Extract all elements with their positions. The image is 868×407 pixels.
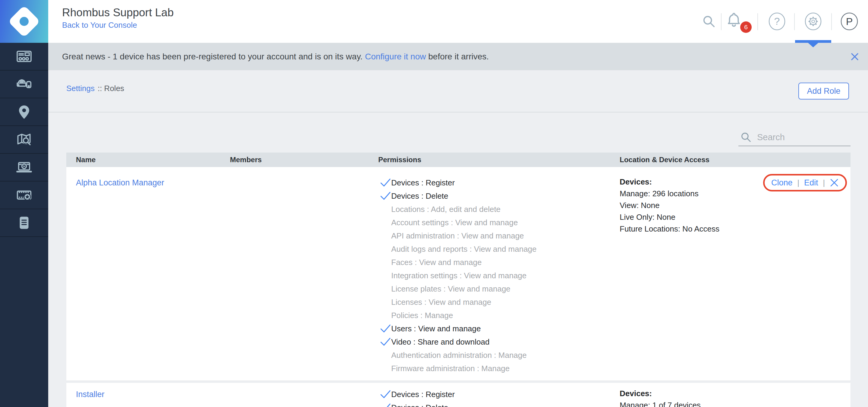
main-area: Rhombus Support Lab Back to Your Console… (48, 0, 868, 407)
content-area: Settings:: Roles Add Role Name Members P… (48, 70, 868, 407)
control-panel-icon (16, 48, 33, 65)
row-actions-highlighted: Clone | Edit | (763, 174, 847, 191)
check-icon (380, 403, 391, 407)
sidebar-item-locations[interactable] (0, 98, 48, 126)
notification-badge: 6 (740, 22, 752, 33)
delete-role-icon (830, 178, 839, 187)
permission-item: API administration : View and manage (378, 229, 620, 242)
divider (757, 13, 758, 30)
permission-label: Users : View and manage (391, 324, 481, 334)
permission-item: Locations : Add, edit and delete (378, 202, 620, 216)
check-icon (380, 338, 391, 346)
roles-table: Name Members Permissions Location & Devi… (66, 153, 850, 407)
sidebar-item-cameras[interactable] (0, 70, 48, 98)
rhombus-logo[interactable] (0, 0, 48, 43)
table-header: Name Members Permissions Location & Devi… (66, 153, 850, 167)
permission-item: Video : Share and download (378, 335, 620, 348)
reports-icon (16, 214, 33, 231)
edit-link[interactable]: Edit (804, 178, 818, 188)
permission-item: Devices : Delete (378, 401, 620, 407)
breadcrumb-settings-link[interactable]: Settings (66, 84, 95, 93)
column-header-permissions: Permissions (378, 156, 620, 164)
roles-table-body: Alpha Location Manager Devices : Registe… (66, 167, 850, 407)
name-cell: Alpha Location Manager (66, 176, 230, 375)
permission-item: License plates : View and manage (378, 282, 620, 295)
check-icon-slot (380, 338, 391, 346)
permission-label: Policies : Manage (391, 311, 453, 320)
access-line: View: None (620, 199, 850, 211)
permission-item: Devices : Register (378, 176, 620, 189)
divider: | (797, 179, 799, 187)
map-search-icon (16, 131, 33, 148)
help-icon[interactable]: ? (768, 12, 786, 31)
permission-label: Licenses : View and manage (391, 298, 491, 307)
permission-label: Locations : Add, edit and delete (391, 205, 501, 214)
sidebar-item-reports[interactable] (0, 209, 48, 237)
configure-it-now-link[interactable]: Configure it now (365, 52, 426, 61)
sidebar-item-clips[interactable] (0, 182, 48, 209)
add-role-button[interactable]: Add Role (798, 83, 849, 99)
location-pin-icon (16, 103, 33, 121)
settings-gear-icon[interactable] (804, 12, 822, 31)
permission-item: Audit logs and reports : View and manage (378, 242, 620, 256)
check-icon-slot (380, 390, 391, 399)
column-header-name: Name (66, 156, 230, 164)
permission-item: Firmware administration : Manage (378, 362, 620, 375)
permissions-cell: Devices : Register Devices : Delete Loca… (378, 176, 620, 375)
search-icon[interactable] (702, 14, 716, 28)
delete-role-button[interactable] (830, 178, 839, 187)
column-header-access: Location & Device Access (620, 156, 850, 164)
check-icon-slot (380, 192, 391, 200)
search-box (738, 129, 850, 146)
permission-item: Authentication administration : Manage (378, 348, 620, 362)
camera-icon (16, 75, 33, 93)
search-row (48, 113, 868, 153)
top-header: Rhombus Support Lab Back to Your Console… (48, 0, 868, 43)
notifications-bell-icon[interactable] (725, 11, 742, 30)
clone-link[interactable]: Clone (771, 178, 793, 188)
divider (721, 13, 721, 30)
search-input[interactable] (756, 132, 849, 143)
account-avatar[interactable]: P (840, 12, 858, 31)
permission-item: Integration settings : View and manage (378, 269, 620, 282)
search-icon (740, 131, 752, 143)
permission-label: Devices : Register (391, 178, 455, 188)
permission-item: Faces : View and manage (378, 256, 620, 269)
divider (831, 13, 832, 30)
check-icon-slot (380, 324, 391, 333)
divider (794, 13, 795, 30)
permission-item: Devices : Register (378, 388, 620, 401)
permission-label: API administration : View and manage (391, 231, 524, 241)
permission-label: Devices : Register (391, 390, 455, 399)
permission-label: Audit logs and reports : View and manage (391, 245, 536, 254)
svg-text:P: P (846, 16, 853, 27)
role-name-link[interactable]: Installer (76, 390, 104, 399)
role-name-link[interactable]: Alpha Location Manager (76, 178, 164, 187)
permission-label: Devices : Delete (391, 191, 448, 201)
permission-label: Account settings : View and manage (391, 218, 518, 227)
permission-item: Licenses : View and manage (378, 295, 620, 309)
sidebar-item-control-panel[interactable] (0, 43, 48, 70)
clips-icon (16, 186, 33, 204)
banner-close-icon[interactable] (849, 52, 860, 62)
back-to-console-link[interactable]: Back to Your Console (62, 21, 174, 30)
access-line: Manage: 1 of 7 devices (620, 400, 850, 407)
sidebar-item-video-wall[interactable] (0, 154, 48, 182)
permission-label: Integration settings : View and manage (391, 271, 527, 280)
access-cell: Devices: Manage: 1 of 7 devices (620, 388, 850, 407)
column-header-members: Members (230, 156, 378, 164)
name-cell: Installer (66, 388, 230, 407)
video-wall-icon (16, 159, 33, 176)
permission-item: Policies : Manage (378, 309, 620, 322)
banner-message: Great news - 1 device has been pre-regis… (62, 52, 489, 62)
sidebar (0, 0, 48, 407)
sidebar-item-map[interactable] (0, 126, 48, 154)
active-tab-indicator (795, 40, 831, 43)
permission-label: Video : Share and download (391, 337, 490, 347)
table-row: Installer Devices : Register Devices : D… (66, 383, 850, 407)
permissions-cell: Devices : Register Devices : Delete (378, 388, 620, 407)
check-icon-slot (380, 179, 391, 187)
permission-item: Users : View and manage (378, 322, 620, 335)
page-head: Settings:: Roles Add Role (48, 70, 868, 113)
access-cell: Devices: Manage: 296 locations View: Non… (620, 176, 850, 375)
